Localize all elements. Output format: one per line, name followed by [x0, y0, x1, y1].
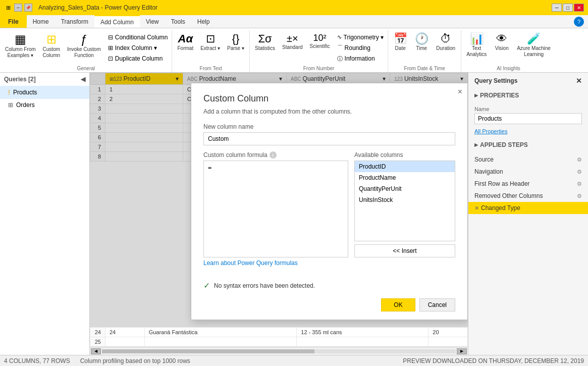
vision-icon: 👁 — [496, 33, 507, 44]
menu-add-column[interactable]: Add Column — [94, 15, 140, 28]
format-button[interactable]: Aα Format — [174, 31, 196, 65]
titlebar-controls: ─ □ ✕ — [552, 4, 584, 12]
queries-header: Queries [2] ◀ — [0, 73, 89, 86]
scroll-thumb[interactable] — [102, 349, 314, 353]
horizontal-scrollbar[interactable]: ◀ ▶ — [90, 347, 468, 355]
statusbar: 4 COLUMNS, 77 ROWS Column profiling base… — [0, 355, 588, 366]
step-gear-icon[interactable]: ⚙ — [577, 169, 582, 175]
menu-help[interactable]: Help — [191, 15, 216, 28]
scientific-label: Scientific — [310, 43, 330, 49]
statistics-icon: Σσ — [258, 33, 272, 44]
close-button[interactable]: ✕ — [574, 4, 584, 12]
cancel-button[interactable]: Cancel — [419, 298, 455, 311]
rounding-icon: ⌒ — [337, 44, 343, 51]
menu-transform[interactable]: Transform — [55, 15, 94, 28]
text-analytics-button[interactable]: 📊 TextAnalytics — [463, 31, 490, 65]
properties-section: Name — [468, 102, 588, 128]
ribbon-group-date-time: 📅 Date 🕐 Time ⏱ Duration From Date & Tim… — [388, 30, 461, 72]
close-panel-icon[interactable]: ✕ — [576, 77, 582, 85]
learn-link[interactable]: Learn about Power Query formulas — [203, 257, 455, 269]
text-analytics-label: TextAnalytics — [466, 45, 487, 58]
dialog-close-button[interactable]: × — [458, 87, 462, 96]
insert-button[interactable]: << Insert — [354, 244, 455, 257]
parse-icon: {} — [232, 33, 240, 44]
step-source[interactable]: Source ⚙ — [468, 153, 588, 166]
scroll-right-button[interactable]: ▶ — [457, 348, 467, 354]
azure-ml-button[interactable]: 🧪 Azure MachineLearning — [514, 31, 554, 65]
information-button[interactable]: ⓘ Information — [335, 54, 386, 64]
name-input[interactable] — [474, 113, 582, 124]
duplicate-column-button[interactable]: ⊡ Duplicate Column — [106, 54, 170, 63]
ok-button[interactable]: OK — [381, 298, 415, 311]
query-settings-title: Query Settings — [474, 77, 517, 84]
query-item-orders[interactable]: ⊞ Orders — [0, 99, 89, 111]
extract-button[interactable]: ⊡ Extract ▾ — [197, 31, 223, 65]
rounding-button[interactable]: ⌒ Rounding — [335, 43, 386, 53]
titlebar-title: Analyzing_Sales_Data - Power Query Edito… — [38, 4, 157, 11]
data-area: ⊞123 ProductID ▾ ABC ProductName ▾ ABC Q… — [90, 73, 468, 355]
date-icon: 📅 — [394, 33, 407, 44]
formula-input[interactable]: = — [203, 161, 348, 257]
help-icon[interactable]: ? — [574, 17, 584, 27]
time-label: Time — [416, 45, 427, 51]
conditional-column-button[interactable]: ⊟ Conditional Column — [106, 33, 170, 42]
scroll-left-button[interactable]: ◀ — [91, 348, 101, 354]
trigonometry-button[interactable]: ∿ Trigonometry ▾ — [335, 33, 386, 42]
ai-insights-group-label: AI Insights — [463, 65, 554, 72]
col-list-item-quantityperunit[interactable]: QuantityPerUnit — [355, 183, 455, 194]
validation-text: No syntax errors have been detected. — [214, 282, 315, 289]
time-button[interactable]: 🕐 Time — [411, 31, 432, 65]
index-col-icon: ⊞ — [108, 44, 113, 51]
standard-button[interactable]: ±× Standard — [279, 31, 306, 65]
statistics-button[interactable]: Σσ Statistics — [252, 31, 278, 65]
minimize-button[interactable]: ─ — [552, 4, 562, 12]
standard-icon: ±× — [287, 33, 298, 43]
menu-tools[interactable]: Tools — [165, 15, 191, 28]
vision-button[interactable]: 👁 Vision — [491, 31, 513, 65]
index-column-button[interactable]: ⊞ Index Column ▾ — [106, 43, 170, 53]
col-list-item-productid[interactable]: ProductID — [355, 161, 455, 172]
all-properties-link[interactable]: All Properties — [468, 128, 588, 138]
date-button[interactable]: 📅 Date — [390, 31, 410, 65]
formula-label: Custom column formula i — [203, 151, 348, 159]
formula-info-icon[interactable]: i — [270, 151, 277, 159]
parse-label: Parse ▾ — [227, 45, 244, 51]
products-label: Products — [13, 89, 37, 96]
new-column-name-input[interactable] — [203, 132, 455, 145]
available-columns-label: Available columns — [354, 151, 455, 159]
step-close-icon[interactable]: ✕ — [474, 205, 479, 212]
scientific-icon: 10² — [313, 33, 327, 42]
step-removed-cols-label: Removed Other Columns — [474, 192, 543, 199]
step-changed-type[interactable]: ✕ Changed Type — [468, 202, 588, 214]
step-gear-icon[interactable]: ⚙ — [577, 193, 582, 199]
dialog-subtitle: Add a column that is computed from the o… — [191, 108, 467, 123]
parse-button[interactable]: {} Parse ▾ — [224, 31, 247, 65]
column-from-examples-button[interactable]: ▦ Column FromExamples ▾ — [2, 31, 39, 65]
properties-section-header: PROPERTIES — [468, 89, 588, 102]
duration-button[interactable]: ⏱ Duration — [433, 31, 459, 65]
name-label: Name — [474, 106, 582, 112]
time-icon: 🕐 — [415, 33, 429, 44]
step-first-row[interactable]: First Row as Header ⚙ — [468, 178, 588, 190]
menu-home[interactable]: Home — [27, 15, 55, 28]
collapse-icon[interactable]: ◀ — [81, 76, 85, 83]
maximize-button[interactable]: □ — [563, 4, 573, 12]
step-gear-icon[interactable]: ⚙ — [577, 181, 582, 187]
step-removed-cols[interactable]: Removed Other Columns ⚙ — [468, 190, 588, 202]
from-text-group-label: From Text — [174, 65, 247, 72]
custom-column-button[interactable]: ⊞ CustomColumn — [40, 31, 63, 65]
formula-area: Custom column formula i = — [203, 151, 348, 257]
col-list-item-unitsinstock[interactable]: UnitsInStock — [355, 194, 455, 205]
col-list-item-productname[interactable]: ProductName — [355, 172, 455, 183]
text-analytics-icon: 📊 — [470, 33, 484, 44]
step-gear-icon[interactable]: ⚙ — [577, 156, 582, 163]
menu-file[interactable]: File — [0, 15, 27, 28]
menu-view[interactable]: View — [140, 15, 165, 28]
query-item-products[interactable]: ! Products — [0, 86, 89, 99]
step-navigation[interactable]: Navigation ⚙ — [468, 166, 588, 178]
scientific-button[interactable]: 10² Scientific — [307, 31, 333, 65]
invoke-function-button[interactable]: ƒ Invoke CustomFunction — [64, 31, 104, 65]
profiling-info: Column profiling based on top 1000 rows — [80, 357, 190, 364]
bottom-rows: 24 24 Guaraná Fantástica 12 - 355 ml can… — [90, 327, 468, 355]
validation-area: ✓ No syntax errors have been detected. — [191, 277, 467, 294]
